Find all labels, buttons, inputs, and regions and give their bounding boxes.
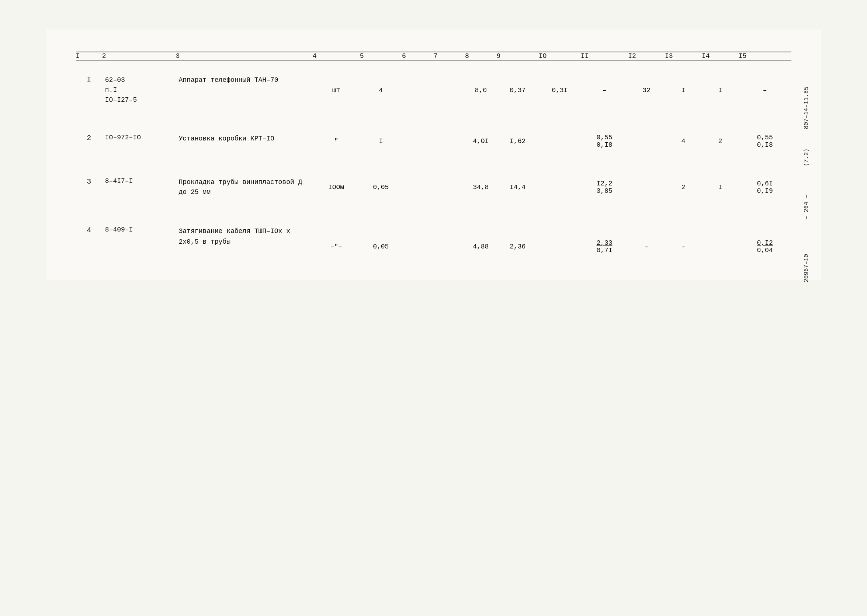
row2-col6 [402, 126, 434, 159]
row2-col8: 4,OI [465, 126, 497, 159]
row3-col15: 0,6I 0,I9 – 264 – [739, 170, 791, 207]
row4-col15-top: 0,I2 [757, 239, 773, 247]
row2-num: 2 [76, 126, 102, 159]
spacer-row [76, 207, 791, 218]
row3-num: 3 [76, 170, 102, 207]
header-col-12: I2 [628, 52, 665, 60]
row2-col14: 2 [702, 126, 739, 159]
row4-col15-stacked: 0,I2 0,04 [742, 239, 788, 254]
row3-col15-top: 0,6I [757, 180, 773, 187]
row2-col13: 4 [665, 126, 702, 159]
header-col-1: I [76, 52, 102, 60]
header-col-7: 7 [433, 52, 465, 60]
row3-col11-bot: 3,85 [596, 187, 612, 195]
header-col-14: I4 [702, 52, 739, 60]
row2-col15-bot: 0,I8 [757, 141, 773, 149]
row3-unit: IOOм [312, 170, 360, 207]
row3-col14: I [702, 170, 739, 207]
main-table: I 2 3 4 5 6 7 8 9 IO II I2 I3 I4 I5 I 62… [76, 52, 791, 258]
row4-col5: 0,05 [360, 218, 402, 258]
row4-col8: 4,88 [465, 218, 497, 258]
header-col-10: IO [539, 52, 581, 60]
page-container: I 2 3 4 5 6 7 8 9 IO II I2 I3 I4 I5 I 62… [46, 30, 821, 280]
row4-col11-stacked: 2,33 0,7I [584, 239, 625, 254]
row4-col6 [402, 218, 434, 258]
row1-col12: 32 [628, 60, 665, 115]
row2-code: IO–972–IO [102, 126, 176, 159]
row2-col7 [433, 126, 465, 159]
row2-side-note: (7.2) [803, 149, 810, 166]
row2-col11-bot: 0,I8 [596, 141, 612, 149]
row3-col11: I2,2 3,85 [581, 170, 628, 207]
row1-col15: – 807–14–11.85 [739, 60, 791, 115]
row2-col12 [628, 126, 665, 159]
row4-col7 [433, 218, 465, 258]
row3-col8: 34,8 [465, 170, 497, 207]
spacer-row [76, 115, 791, 126]
row4-num: 4 [76, 218, 102, 258]
row2-col11-top: 0,55 [596, 134, 612, 141]
row4-col11-bot: 0,7I [596, 247, 612, 254]
row4-col11-top: 2,33 [596, 239, 612, 247]
row3-side-note: – 264 – [803, 195, 810, 219]
row2-col5: I [360, 126, 402, 159]
header-col-2: 2 [102, 52, 176, 60]
header-col-6: 6 [402, 52, 434, 60]
row3-col10 [539, 170, 581, 207]
row3-col5: 0,05 [360, 170, 402, 207]
header-col-8: 8 [465, 52, 497, 60]
row4-col15: 0,I2 0,04 20967–10 [739, 218, 791, 258]
row3-col15-bot: 0,I9 [757, 187, 773, 195]
row4-desc: Затягивание кабеля ТШП–IOх х 2х0,5 в тру… [176, 218, 313, 258]
header-col-15: I5 [739, 52, 791, 60]
row4-col14 [702, 218, 739, 258]
row4-col15-bot: 0,04 [757, 247, 773, 254]
table-row: I 62–03 п.I IO–I27–5 Аппарат телефонный … [76, 60, 791, 115]
row4-code: 8–409–I [102, 218, 176, 258]
row2-col10 [539, 126, 581, 159]
row3-col13: 2 [665, 170, 702, 207]
row2-col15: 0,55 0,I8 (7.2) [739, 126, 791, 159]
table-row: 2 IO–972–IO Установка коробки КРТ–IO " I… [76, 126, 791, 159]
header-col-5: 5 [360, 52, 402, 60]
row1-unit: шт [312, 60, 360, 115]
spacer-row [76, 159, 791, 170]
header-row: I 2 3 4 5 6 7 8 9 IO II I2 I3 I4 I5 [76, 52, 791, 60]
row3-col12 [628, 170, 665, 207]
row1-desc: Аппарат телефонный ТАН–70 [176, 60, 313, 115]
row3-col15-stacked: 0,6I 0,I9 [742, 180, 788, 195]
table-row: 4 8–409–I Затягивание кабеля ТШП–IOх х 2… [76, 218, 791, 258]
row3-code: 8–4I7–I [102, 170, 176, 207]
row2-unit: " [312, 126, 360, 159]
row1-col14: I [702, 60, 739, 115]
row4-col13: – [665, 218, 702, 258]
row4-col10 [539, 218, 581, 258]
row1-col10: 0,3I [539, 60, 581, 115]
row1-col6 [402, 60, 434, 115]
row2-col11: 0,55 0,I8 [581, 126, 628, 159]
row4-col12: – [628, 218, 665, 258]
table-row: 3 8–4I7–I Прокладка трубы винипластовой … [76, 170, 791, 207]
row1-col13: I [665, 60, 702, 115]
row3-col6 [402, 170, 434, 207]
row1-col5: 4 [360, 60, 402, 115]
row2-col11-stacked: 0,55 0,I8 [584, 134, 625, 149]
row1-col8: 8,0 [465, 60, 497, 115]
row1-num: I [76, 60, 102, 115]
row2-col15-stacked: 0,55 0,I8 [742, 134, 788, 149]
row3-col7 [433, 170, 465, 207]
row4-unit: –"– [312, 218, 360, 258]
row2-col15-top: 0,55 [757, 134, 773, 141]
row3-col11-top: I2,2 [596, 180, 612, 187]
row2-desc: Установка коробки КРТ–IO [176, 126, 313, 159]
row1-code: 62–03 п.I IO–I27–5 [102, 60, 176, 115]
row1-side-note: 807–14–11.85 [803, 86, 810, 129]
row1-col7 [433, 60, 465, 115]
row4-col9: 2,36 [497, 218, 539, 258]
header-col-13: I3 [665, 52, 702, 60]
row2-col9: I,62 [497, 126, 539, 159]
header-col-9: 9 [497, 52, 539, 60]
row4-side-note: 20967–10 [803, 254, 810, 282]
header-col-11: II [581, 52, 628, 60]
row3-col11-stacked: I2,2 3,85 [584, 180, 625, 195]
